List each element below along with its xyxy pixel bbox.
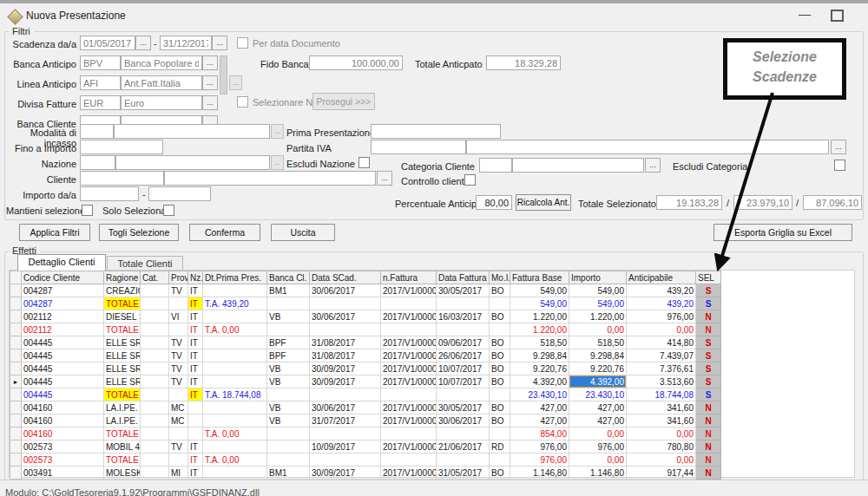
grid-cell-c[interactable]: 004445 (22, 362, 104, 375)
grid-cell-ant[interactable]: 439,20 (627, 297, 696, 310)
grid-cell-nf[interactable]: 2017/V1/000001 (381, 467, 437, 480)
grid-col-header-0[interactable]: Codice Cliente (22, 271, 104, 284)
grid-cell-rs[interactable]: DIESEL S.I (104, 310, 141, 323)
grid-cell-sel[interactable]: S (696, 388, 721, 401)
grid-cell-banca[interactable]: VB (267, 375, 310, 388)
grid-cell-prov[interactable]: MC (169, 414, 188, 427)
grid-cell-nz[interactable]: IT (188, 349, 203, 362)
escludi-nazione-checkbox[interactable] (358, 157, 370, 168)
grid-cell-moi[interactable]: BO (490, 284, 510, 297)
grid-row[interactable]: 002112DIESEL S.IVIITVB30/06/20172017/V1/… (10, 310, 721, 323)
grid-cell-cat[interactable] (141, 336, 169, 349)
grid-cell-prov[interactable]: TV (169, 284, 188, 297)
grid-cell-imp[interactable]: 518,50 (569, 336, 627, 349)
grid-cell-prov[interactable]: TV (169, 362, 188, 375)
grid-col-header-13[interactable]: Anticipabile (627, 271, 696, 284)
grid-cell-banca[interactable]: BPF (267, 336, 310, 349)
grid-cell-sel[interactable]: S (696, 362, 721, 375)
grid-cell-ant[interactable]: 18.744,08 (627, 388, 696, 401)
grid-cell-sel[interactable]: S (696, 375, 721, 388)
grid-corner-cell[interactable] (10, 271, 22, 284)
grid-cell-df[interactable] (437, 454, 490, 467)
row-selector-cell[interactable] (10, 297, 22, 310)
grid-cell-nf[interactable] (381, 388, 437, 401)
linea-anticipo-extra-button[interactable]: ... (229, 75, 242, 90)
controllo-cliente-checkbox[interactable] (464, 174, 476, 186)
grid-cell-cat[interactable] (141, 441, 169, 454)
grid-cell-scad[interactable]: 30/06/2017 (310, 310, 381, 323)
grid-row[interactable]: 004287TOTALE CITT.A. 439,20549,00549,004… (10, 297, 721, 310)
grid-cell-sel[interactable]: S (696, 336, 721, 349)
grid-cell-dt[interactable] (203, 414, 267, 427)
grid-cell-nf[interactable]: 2017/V1/000001 (381, 336, 437, 349)
grid-cell-nz[interactable]: IT (188, 454, 203, 467)
grid-cell-nf[interactable] (381, 427, 437, 441)
grid-cell-ant[interactable]: 439,20 (627, 284, 696, 297)
grid-row[interactable]: 004160TOTALE CT.A. 0,00854,000,000,00N (10, 427, 721, 441)
grid-cell-c[interactable]: 004445 (22, 336, 104, 349)
grid-cell-ant[interactable]: 0,00 (627, 454, 696, 467)
grid-cell-moi[interactable]: BO (490, 375, 510, 388)
grid-cell-scad[interactable] (310, 323, 381, 336)
grid-cell-fb[interactable]: 1.146,80 (510, 467, 569, 480)
grid-cell-cat[interactable] (141, 401, 169, 414)
grid-cell-scad[interactable]: 10/09/2017 (310, 441, 381, 454)
grid-cell-banca[interactable]: BM1 (267, 467, 310, 480)
row-selector-cell[interactable] (10, 310, 22, 323)
grid-cell-df[interactable]: 26/06/2017 (437, 349, 490, 362)
grid-cell-ant[interactable]: 780,80 (627, 441, 696, 454)
grid-cell-rs[interactable]: MOLESKIN (104, 467, 141, 480)
grid-cell-rs[interactable]: TOTALE C (104, 323, 141, 336)
grid-cell-sel[interactable]: N (696, 323, 721, 336)
scadenza-da-browse-button[interactable]: ... (135, 36, 151, 50)
grid-cell-rs[interactable]: LA.I.PE. SF (104, 401, 141, 414)
row-selector-cell[interactable] (10, 414, 22, 427)
grid-cell-rs[interactable]: ELLE SRL (104, 349, 141, 362)
divisa-browse-button[interactable]: ... (202, 95, 218, 110)
grid-cell-dt[interactable]: T.A. 0,00 (203, 427, 267, 441)
grid-cell-cat[interactable] (141, 323, 169, 336)
grid-cell-ant[interactable]: 0,00 (627, 427, 696, 441)
grid-cell-rs[interactable]: CREAZION (104, 284, 141, 297)
row-selector-cell[interactable] (10, 427, 22, 441)
grid-cell-nz[interactable]: IT (188, 323, 203, 336)
grid-col-header-11[interactable]: Fattura Base (510, 271, 569, 284)
grid-row[interactable]: 004445TOTALE CITT.A. 18.744,0823.430,102… (10, 388, 721, 401)
grid-cell-prov[interactable]: TV (169, 441, 188, 454)
maximize-button[interactable] (831, 10, 844, 22)
grid-cell-fb[interactable]: 518,50 (510, 336, 569, 349)
grid-cell-fb[interactable]: 976,00 (510, 454, 569, 467)
grid-cell-dt[interactable]: T.A. 439,20 (203, 297, 267, 310)
grid-cell-prov[interactable]: TV (169, 375, 188, 388)
banca-anticipo-browse-button[interactable]: ... (202, 55, 218, 70)
grid-cell-sel[interactable]: N (696, 414, 721, 427)
tab-totale-clienti[interactable]: Totale Clienti (107, 256, 183, 271)
grid-cell-cat[interactable] (141, 427, 169, 441)
grid-cell-fb[interactable]: 1.220,00 (510, 310, 569, 323)
grid-cell-scad[interactable]: 30/09/2017 (310, 375, 381, 388)
grid-cell-moi[interactable]: BO (490, 336, 510, 349)
grid-cell-sel[interactable]: N (696, 401, 721, 414)
grid-cell-c[interactable]: 004287 (22, 284, 104, 297)
grid-cell-cat[interactable] (141, 414, 169, 427)
per-data-documento-checkbox[interactable] (237, 37, 248, 49)
grid-row[interactable]: ►004445ELLE SRLTVITVB30/09/20172017/V1/0… (10, 375, 721, 388)
grid-cell-nz[interactable]: IT (188, 375, 203, 388)
linea-anticipo-name-input[interactable] (121, 75, 202, 90)
grid-cell-nz[interactable]: IT (188, 336, 203, 349)
grid-cell-banca[interactable]: VB (267, 401, 310, 414)
grid-cell-sel[interactable]: N (696, 454, 721, 467)
grid-cell-c[interactable]: 002112 (22, 310, 104, 323)
grid-cell-prov[interactable] (169, 323, 188, 336)
row-selector-cell[interactable]: ► (10, 375, 22, 388)
grid-cell-cat[interactable] (141, 467, 169, 480)
grid-cell-dt[interactable] (203, 349, 267, 362)
row-selector-cell[interactable] (10, 362, 22, 375)
grid-cell-imp[interactable]: 4.392,00 (569, 375, 627, 388)
tab-dettaglio-clienti[interactable]: Dettaglio Clienti (17, 254, 106, 271)
grid-cell-scad[interactable]: 31/07/2017 (310, 414, 381, 427)
grid-cell-dt[interactable] (203, 441, 267, 454)
grid-cell-sel[interactable]: S (696, 284, 721, 297)
grid-cell-banca[interactable]: VB (267, 414, 310, 427)
grid-row[interactable]: 004160LA.I.PE. SFMCVB30/06/20172017/V1/0… (10, 401, 721, 414)
